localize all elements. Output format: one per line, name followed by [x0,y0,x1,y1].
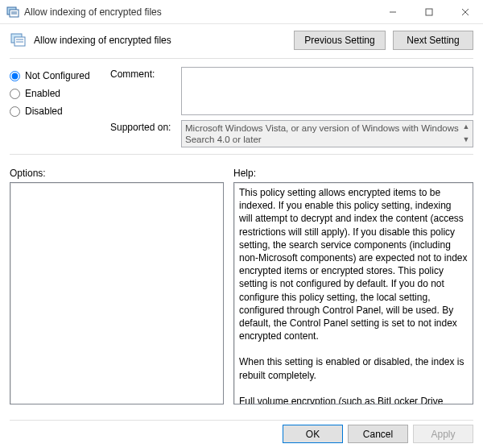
policy-setting-icon [10,31,27,49]
radio-not-configured-input[interactable] [10,71,20,81]
next-setting-button[interactable]: Next Setting [393,31,473,50]
nav-buttons: Previous Setting Next Setting [289,31,473,50]
supported-row: Supported on: Microsoft Windows Vista, o… [110,120,473,147]
form-column: Comment: Supported on: Microsoft Windows… [110,67,473,147]
previous-setting-button[interactable]: Previous Setting [294,31,385,50]
scroll-down-icon[interactable]: ▼ [460,135,472,146]
radio-label: Enabled [25,88,60,99]
policy-title: Allow indexing of encrypted files [34,35,289,46]
apply-button[interactable]: Apply [413,425,473,443]
radio-label: Not Configured [25,70,90,81]
help-label: Help: [233,168,473,179]
close-button[interactable] [447,0,483,23]
title-bar: Allow indexing of encrypted files [0,0,483,24]
radio-enabled[interactable]: Enabled [10,88,110,99]
maximize-button[interactable] [411,0,447,23]
header: Allow indexing of encrypted files Previo… [0,24,483,56]
divider [10,58,473,59]
window-title: Allow indexing of encrypted files [24,6,374,18]
supported-label: Supported on: [110,120,176,133]
comment-input[interactable] [181,67,473,115]
options-label: Options: [10,168,224,179]
cancel-button[interactable]: Cancel [348,425,408,443]
radio-not-configured[interactable]: Not Configured [10,70,110,81]
divider [10,420,473,421]
radio-disabled-input[interactable] [10,106,20,117]
scroll-up-icon[interactable]: ▲ [460,122,472,133]
radio-enabled-input[interactable] [10,89,20,99]
help-panel[interactable]: This policy setting allows encrypted ite… [233,182,473,404]
radio-label: Disabled [25,106,63,117]
config-area: Not Configured Enabled Disabled Comment:… [0,64,483,147]
section-labels: Options: Help: [0,160,483,182]
radio-disabled[interactable]: Disabled [10,106,110,117]
content-columns: This policy setting allows encrypted ite… [0,182,483,404]
comment-label: Comment: [110,67,176,80]
supported-on-text: Microsoft Windows Vista, or any version … [185,123,459,144]
options-panel [10,182,224,404]
divider [10,154,473,155]
window-controls [374,0,483,23]
comment-row: Comment: [110,67,473,115]
state-radio-group: Not Configured Enabled Disabled [10,67,110,147]
gpedit-policy-icon [6,6,19,19]
minimize-button[interactable] [374,0,411,23]
svg-rect-5 [426,9,432,15]
ok-button[interactable]: OK [283,425,343,443]
dialog-buttons: OK Cancel Apply [283,425,473,443]
supported-on-field: Microsoft Windows Vista, or any version … [181,120,473,147]
